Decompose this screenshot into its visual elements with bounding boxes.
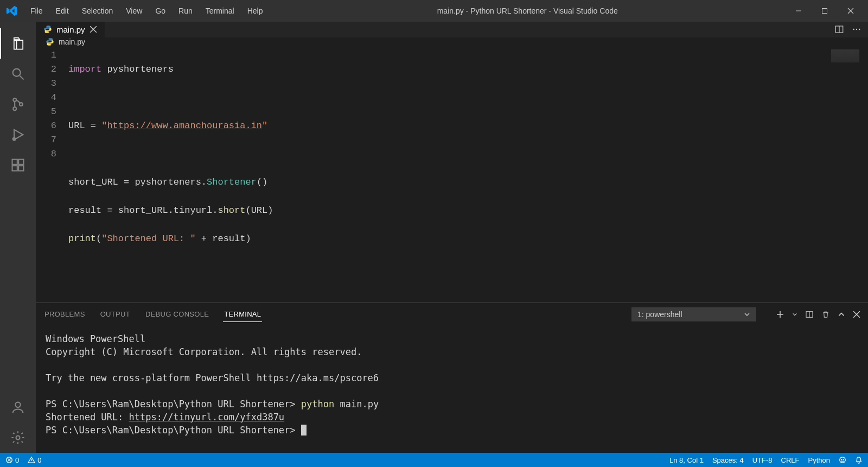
- kill-terminal-icon[interactable]: [821, 310, 830, 319]
- activity-explorer[interactable]: [0, 28, 36, 59]
- status-indent[interactable]: Spaces: 4: [712, 456, 744, 464]
- svg-point-15: [856, 29, 857, 30]
- editor-area: main.py main.py: [36, 22, 868, 453]
- breadcrumb[interactable]: main.py: [36, 37, 868, 46]
- menu-help[interactable]: Help: [241, 3, 270, 18]
- svg-point-2: [13, 69, 21, 77]
- close-panel-icon[interactable]: [853, 311, 860, 318]
- activity-extensions[interactable]: [0, 150, 36, 180]
- window-title: main.py - Python URL Shortener - Visual …: [269, 7, 786, 15]
- svg-rect-10: [18, 166, 23, 171]
- vscode-logo-icon: [4, 3, 20, 18]
- maximize-panel-icon[interactable]: [838, 311, 845, 318]
- python-file-icon: [46, 37, 54, 46]
- status-encoding[interactable]: UTF-8: [752, 456, 773, 464]
- line-number-gutter: 1 2 3 4 5 6 7 8: [36, 46, 68, 302]
- svg-rect-8: [18, 160, 23, 165]
- new-terminal-icon[interactable]: [776, 310, 784, 319]
- maximize-button[interactable]: [812, 0, 838, 22]
- terminal-line: PS C:\Users\Ram\Desktop\Python URL Short…: [46, 397, 858, 411]
- close-button[interactable]: [838, 0, 864, 22]
- status-eol[interactable]: CRLF: [781, 456, 800, 464]
- terminal-content[interactable]: Windows PowerShell Copyright (C) Microso…: [36, 326, 868, 453]
- menu-bar: File Edit Selection View Go Run Terminal…: [24, 3, 269, 18]
- menu-go[interactable]: Go: [149, 3, 172, 18]
- python-file-icon: [43, 25, 52, 34]
- chevron-down-icon: [744, 311, 750, 318]
- split-editor-icon[interactable]: [834, 24, 844, 34]
- status-bar: 0 0 Ln 8, Col 1 Spaces: 4 UTF-8 CRLF Pyt…: [0, 453, 868, 467]
- menu-run[interactable]: Run: [172, 3, 199, 18]
- status-errors[interactable]: 0: [5, 456, 19, 464]
- svg-point-21: [843, 459, 844, 460]
- menu-file[interactable]: File: [24, 3, 49, 18]
- terminal-cursor: [301, 425, 307, 436]
- breadcrumb-filename: main.py: [59, 37, 85, 46]
- status-cursor-position[interactable]: Ln 8, Col 1: [669, 456, 704, 464]
- menu-terminal[interactable]: Terminal: [199, 3, 241, 18]
- title-bar: File Edit Selection View Go Run Terminal…: [0, 0, 868, 22]
- window-controls: [786, 0, 864, 22]
- close-tab-icon[interactable]: [90, 26, 97, 33]
- bottom-panel: PROBLEMS OUTPUT DEBUG CONSOLE TERMINAL 1…: [36, 302, 868, 453]
- status-language-mode[interactable]: Python: [808, 456, 830, 464]
- status-warnings[interactable]: 0: [28, 456, 41, 464]
- activity-search[interactable]: [0, 59, 36, 89]
- svg-point-14: [853, 29, 854, 30]
- panel-tab-debug-console[interactable]: DEBUG CONSOLE: [144, 307, 210, 321]
- activity-settings[interactable]: [0, 422, 36, 453]
- minimize-button[interactable]: [786, 0, 812, 22]
- svg-point-19: [840, 457, 846, 463]
- tab-bar: main.py: [36, 22, 868, 37]
- activity-run-debug[interactable]: [0, 119, 36, 150]
- code-editor[interactable]: 1 2 3 4 5 6 7 8 import pyshorteners URL …: [36, 46, 868, 302]
- terminal-line: Try the new cross-platform PowerShell ht…: [46, 371, 858, 384]
- terminal-line: Shortened URL: https://tinyurl.com/yfxd3…: [46, 411, 858, 424]
- svg-rect-0: [796, 11, 801, 11]
- activity-bar: [0, 22, 36, 453]
- svg-point-3: [13, 98, 16, 102]
- terminal-line: PS C:\Users\Ram\Desktop\Python URL Short…: [46, 424, 858, 437]
- activity-source-control[interactable]: [0, 89, 36, 119]
- svg-point-11: [15, 402, 20, 407]
- svg-point-16: [859, 29, 860, 30]
- tab-label: main.py: [56, 25, 85, 34]
- panel-tab-terminal[interactable]: TERMINAL: [223, 307, 262, 322]
- panel-tab-problems[interactable]: PROBLEMS: [43, 307, 86, 321]
- main-area: main.py main.py: [0, 22, 868, 453]
- minimap[interactable]: [831, 49, 859, 62]
- svg-point-4: [13, 107, 16, 110]
- editor-tab-main-py[interactable]: main.py: [36, 22, 105, 37]
- activity-accounts[interactable]: [0, 392, 36, 422]
- svg-rect-1: [822, 9, 827, 14]
- code-content[interactable]: import pyshorteners URL = "https://www.a…: [68, 46, 868, 302]
- terminal-line: Copyright (C) Microsoft Corporation. All…: [46, 345, 858, 358]
- svg-point-12: [16, 436, 20, 440]
- panel-tab-output[interactable]: OUTPUT: [99, 307, 131, 321]
- editor-actions: [834, 22, 868, 37]
- menu-selection[interactable]: Selection: [75, 3, 120, 18]
- menu-edit[interactable]: Edit: [49, 3, 75, 18]
- svg-rect-9: [12, 166, 17, 171]
- chevron-down-icon[interactable]: [792, 312, 797, 317]
- svg-point-20: [841, 459, 842, 460]
- terminal-line: Windows PowerShell: [46, 332, 858, 345]
- menu-view[interactable]: View: [119, 3, 149, 18]
- terminal-selector-label: 1: powershell: [637, 310, 682, 319]
- svg-point-5: [20, 103, 23, 106]
- svg-rect-7: [12, 160, 17, 165]
- more-actions-icon[interactable]: [852, 24, 861, 34]
- feedback-icon[interactable]: [839, 456, 846, 464]
- panel-tabs: PROBLEMS OUTPUT DEBUG CONSOLE TERMINAL 1…: [36, 303, 868, 326]
- split-terminal-icon[interactable]: [805, 310, 814, 319]
- notifications-icon[interactable]: [855, 456, 863, 464]
- terminal-selector[interactable]: 1: powershell: [631, 307, 756, 321]
